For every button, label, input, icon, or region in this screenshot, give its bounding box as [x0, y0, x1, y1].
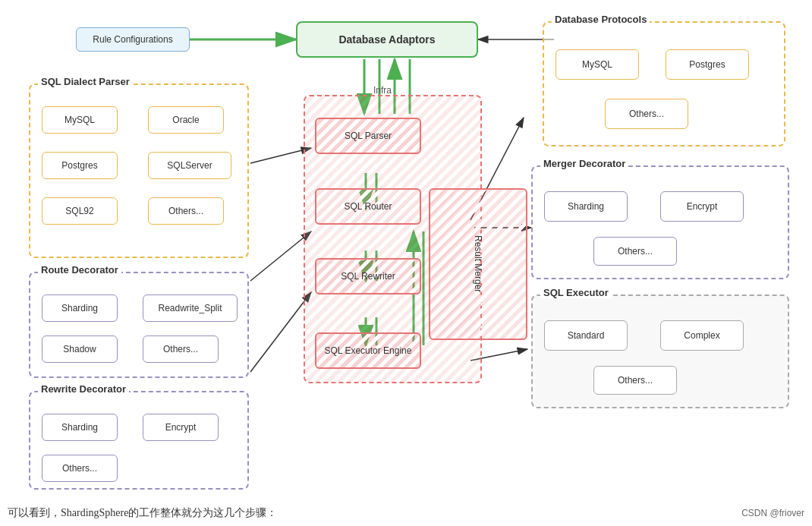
merger-sharding: Sharding: [544, 191, 628, 222]
route-decorator-section: Route Decorator Sharding Readwrite_Split…: [29, 272, 249, 378]
sql-router-label: SQL Router: [345, 201, 392, 212]
db-protocols-title: Database Protocols: [552, 14, 650, 25]
route-readwrite-split: Readwrite_Split: [143, 294, 238, 322]
route-shadow: Shadow: [42, 335, 118, 363]
sql-executor-engine-box: SQL Executor Engine: [315, 332, 421, 369]
sql-executor-section: SQL Executor Standard Complex Others...: [531, 294, 789, 408]
sql-dialect-sqlserver: SQLServer: [148, 152, 231, 179]
sql-dialect-oracle: Oracle: [148, 106, 224, 134]
merger-encrypt: Encrypt: [660, 191, 744, 222]
rule-config-label: Rule Configurations: [93, 34, 172, 45]
sql-executor-complex: Complex: [660, 320, 744, 351]
svg-line-11: [250, 292, 311, 372]
route-decorator-title: Route Decorator: [38, 264, 121, 276]
sql-rewriter-label: SQL Rewriter: [341, 271, 395, 282]
sql-executor-engine-label: SQL Executor Engine: [325, 345, 412, 356]
result-merger-label: Result Merger: [473, 235, 483, 292]
sql-router-box: SQL Router: [315, 188, 421, 225]
db-protocols-others: Others...: [605, 99, 688, 129]
sql-dialect-title: SQL Dialect Parser: [38, 76, 133, 87]
svg-line-9: [250, 148, 311, 163]
sql-parser-box: SQL Parser: [315, 118, 421, 154]
rewrite-sharding: Sharding: [42, 414, 118, 441]
db-protocols-postgres: Postgres: [666, 49, 749, 80]
db-adaptor-label: Database Adaptors: [338, 33, 435, 46]
sql-executor-others: Others...: [593, 366, 677, 395]
rewrite-encrypt: Encrypt: [143, 414, 219, 441]
db-protocols-section: Database Protocols MySQL Postgres Others…: [543, 21, 785, 146]
sql-executor-title: SQL Executor: [540, 287, 612, 298]
merger-others: Others...: [593, 237, 677, 266]
sql-dialect-mysql: MySQL: [42, 106, 118, 134]
footer: 可以看到，ShardingSphere的工作整体就分为这几个步骤： CSDN @…: [8, 506, 804, 520]
sql-dialect-section: SQL Dialect Parser MySQL Oracle Postgres…: [29, 83, 249, 258]
merger-decorator-title: Merger Decorator: [540, 158, 628, 169]
sql-parser-label: SQL Parser: [345, 131, 392, 141]
svg-line-10: [250, 232, 311, 281]
sql-dialect-postgres: Postgres: [42, 152, 118, 179]
route-others: Others...: [143, 335, 219, 363]
rewrite-decorator-title: Rewrite Decorator: [38, 383, 129, 395]
route-sharding: Sharding: [42, 294, 118, 322]
sql-dialect-others: Others...: [148, 197, 224, 225]
rewrite-decorator-section: Rewrite Decorator Sharding Encrypt Other…: [29, 391, 249, 490]
db-adaptor-box: Database Adaptors: [296, 21, 478, 58]
footer-text: 可以看到，ShardingSphere的工作整体就分为这几个步骤：: [8, 506, 277, 520]
result-merger-box: Result Merger: [429, 188, 527, 340]
sql-dialect-sql92: SQL92: [42, 197, 118, 225]
rewrite-others: Others...: [42, 455, 118, 482]
db-protocols-mysql: MySQL: [555, 49, 639, 80]
infra-label: Infra: [373, 85, 392, 96]
sql-executor-standard: Standard: [544, 320, 628, 351]
rule-config-box: Rule Configurations: [76, 27, 190, 52]
merger-decorator-section: Merger Decorator Sharding Encrypt Others…: [531, 165, 789, 279]
footer-brand: CSDN @friover: [741, 508, 804, 518]
sql-rewriter-box: SQL Rewriter: [315, 258, 421, 294]
diagram-area: Rule Configurations Database Adaptors In…: [0, 0, 812, 493]
